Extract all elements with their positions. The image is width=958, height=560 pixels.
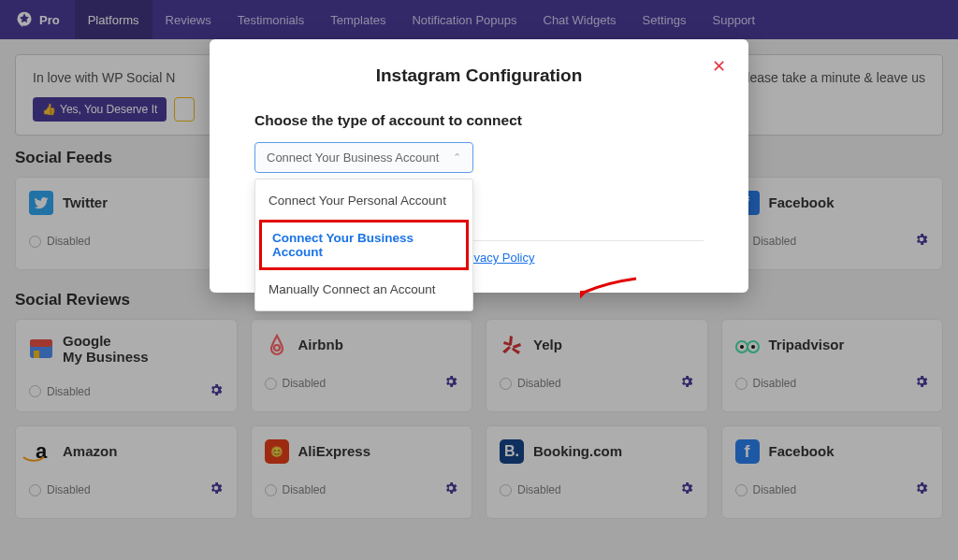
annotation-arrow: [580, 271, 646, 309]
account-type-select[interactable]: Connect Your Business Account ⌃: [254, 142, 473, 173]
select-value: Connect Your Business Account: [267, 151, 439, 165]
modal-subtitle: Choose the type of account to connect: [254, 112, 704, 129]
instagram-config-modal: ✕ Instagram Configuration Choose the typ…: [210, 39, 748, 293]
account-type-dropdown: Connect Your Personal Account Connect Yo…: [254, 179, 473, 311]
option-manual[interactable]: Manually Connect an Account: [255, 272, 472, 307]
modal-title: Instagram Configuration: [254, 65, 704, 86]
option-personal[interactable]: Connect Your Personal Account: [255, 183, 472, 218]
option-business[interactable]: Connect Your Business Account: [259, 220, 469, 270]
close-icon[interactable]: ✕: [712, 56, 726, 77]
modal-overlay[interactable]: ✕ Instagram Configuration Choose the typ…: [0, 0, 958, 560]
chevron-up-icon: ⌃: [453, 151, 461, 164]
